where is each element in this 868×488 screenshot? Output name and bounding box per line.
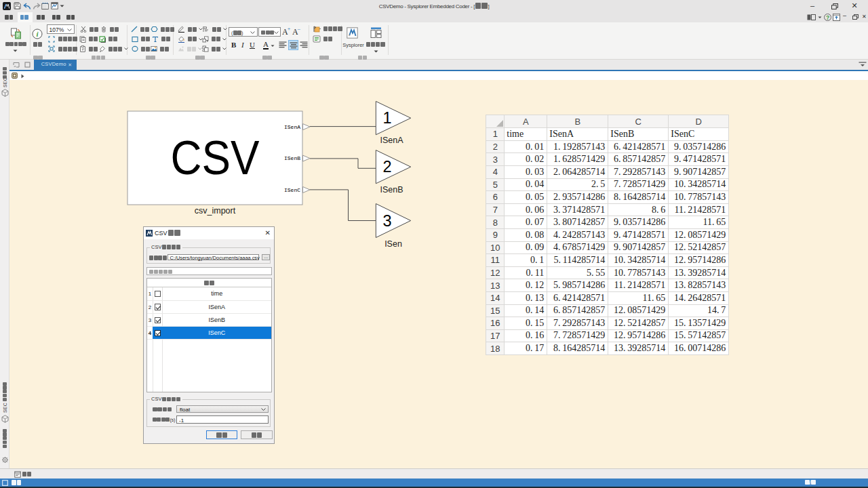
svg-text:ISenA: ISenA bbox=[380, 135, 403, 144]
svg-text:?: ? bbox=[826, 14, 829, 21]
svg-text:ISenB: ISenB bbox=[284, 155, 300, 161]
svg-text:csv_import: csv_import bbox=[195, 205, 236, 215]
svg-text:ISenB: ISenB bbox=[380, 184, 403, 194]
svg-text:3: 3 bbox=[382, 211, 391, 229]
svg-text:ISenA: ISenA bbox=[284, 123, 300, 129]
svg-text:1: 1 bbox=[382, 109, 391, 127]
svg-text:ISen: ISen bbox=[384, 239, 402, 248]
svg-text:ISenC: ISenC bbox=[284, 186, 300, 192]
svg-text:CSV: CSV bbox=[171, 131, 260, 184]
svg-text:2: 2 bbox=[382, 158, 391, 176]
